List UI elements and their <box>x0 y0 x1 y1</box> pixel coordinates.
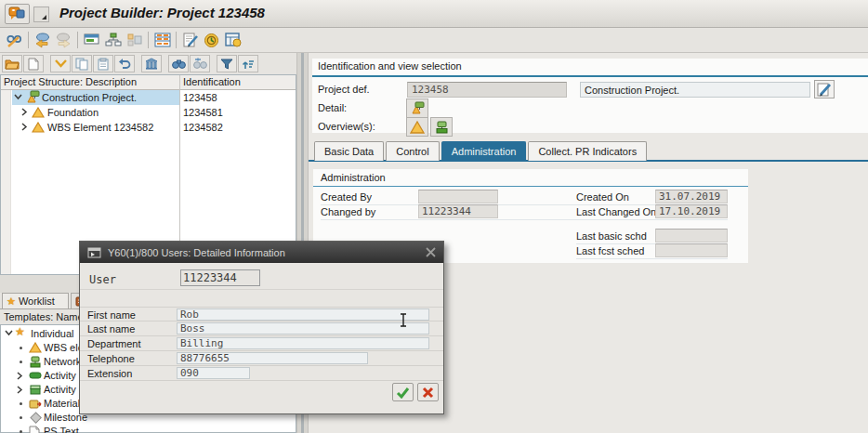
collapse-icon[interactable] <box>14 94 22 100</box>
schedule-button[interactable] <box>201 31 222 50</box>
capacity-table-button[interactable] <box>151 31 173 50</box>
extension-field[interactable]: 090 <box>177 367 250 379</box>
cancel-button[interactable] <box>417 383 439 401</box>
find-button[interactable] <box>168 55 189 72</box>
last-basic-schd-field[interactable] <box>655 229 728 243</box>
close-icon[interactable] <box>426 247 436 257</box>
project-def-field[interactable]: 123458 <box>407 82 567 98</box>
planning-board-icon <box>84 33 100 47</box>
find-next-button[interactable] <box>190 55 210 72</box>
identification-title: Identification and view selection <box>318 60 462 72</box>
create-document-button[interactable] <box>23 55 44 72</box>
network-overview-button[interactable] <box>430 117 453 137</box>
filter-icon <box>220 59 233 70</box>
detail-tabstrip: Basic Data Control Administration Collec… <box>314 141 649 162</box>
star-icon: ★ <box>15 327 25 336</box>
user-label: User <box>89 273 116 286</box>
tree-row-id: 1234581 <box>183 107 223 118</box>
created-on-label: Created On <box>576 191 629 203</box>
display-change-toggle-button[interactable] <box>814 80 835 98</box>
administration-title: Administration <box>321 172 386 183</box>
telephone-label: Telephone <box>87 353 135 364</box>
project-description-field[interactable]: Construction Project. <box>580 82 810 98</box>
tree-row-label: WBS Element 1234582 <box>47 122 153 133</box>
detail-overview-button[interactable] <box>124 31 145 50</box>
last-name-field[interactable]: Boss <box>177 322 429 335</box>
system-menu-button[interactable] <box>5 4 30 24</box>
forward-button[interactable] <box>53 31 74 50</box>
edit-texts-icon <box>182 33 199 47</box>
display-change-button[interactable] <box>4 31 25 50</box>
edit-texts-button[interactable] <box>179 31 201 50</box>
title-dropdown-button[interactable] <box>33 7 49 22</box>
standard-structures-button[interactable] <box>141 55 162 72</box>
network-icon <box>29 356 42 368</box>
field-row-last-name: Last name Boss <box>80 321 443 336</box>
created-by-label: Created By <box>321 191 372 203</box>
detail-view-button[interactable] <box>406 98 428 118</box>
tab-worklist[interactable]: ★ Worklist <box>2 293 69 308</box>
template-item-ps-text[interactable]: PS Text <box>1 425 296 433</box>
tree-row-wbs[interactable]: WBS Element 1234582 1234582 <box>1 120 296 135</box>
collapse-icon[interactable] <box>5 330 13 336</box>
copy-button[interactable] <box>72 55 92 72</box>
last-changed-on-field[interactable]: 17.10.2019 <box>655 204 728 218</box>
filter-button[interactable] <box>217 55 237 72</box>
telephone-field[interactable]: 88776655 <box>177 352 368 364</box>
user-field[interactable]: 11223344 <box>180 269 260 286</box>
project-def-label: Project def. <box>318 84 370 95</box>
created-by-field[interactable] <box>418 190 498 203</box>
copy-page-icon <box>75 58 88 71</box>
project-definition-icon <box>25 90 40 104</box>
tab-collect-pr-indicators[interactable]: Collect. PR Indicators <box>528 141 647 161</box>
open-folder-icon <box>5 58 20 70</box>
wbs-overview-button[interactable] <box>406 117 428 137</box>
open-project-button[interactable] <box>2 55 22 72</box>
department-field[interactable]: Billing <box>177 337 429 349</box>
undo-button[interactable] <box>114 55 135 72</box>
row-divider <box>321 219 728 220</box>
tab-control[interactable]: Control <box>386 141 439 161</box>
created-on-field[interactable]: 31.07.2019 <box>655 190 728 203</box>
dialog-title-bar[interactable]: Y60(1)/800 Users: Detailed Information <box>80 242 443 263</box>
expand-icon[interactable] <box>17 372 23 380</box>
tab-administration[interactable]: Administration <box>441 141 527 161</box>
expand-icon[interactable] <box>17 386 23 394</box>
network-icon <box>435 121 449 134</box>
planning-board-button[interactable] <box>81 31 102 50</box>
last-fcst-sched-field[interactable] <box>655 243 728 257</box>
milestone-diamond-icon <box>29 412 42 424</box>
expand-icon[interactable] <box>21 108 28 116</box>
group-rule <box>313 186 748 187</box>
expand-icon[interactable] <box>21 123 28 131</box>
changed-by-field[interactable]: 11223344 <box>418 204 498 218</box>
confirm-button[interactable] <box>50 55 71 72</box>
first-name-field[interactable]: Rob <box>177 308 429 321</box>
material-icon <box>29 398 43 409</box>
sort-up-button[interactable] <box>238 55 258 72</box>
back-button[interactable] <box>32 31 53 50</box>
field-row-first-name: First name Rob <box>80 307 443 321</box>
binoculars-icon <box>172 58 186 70</box>
hierarchy-graphic-button[interactable] <box>102 31 124 50</box>
wbs-element-icon <box>32 107 45 118</box>
tab-basic-data[interactable]: Basic Data <box>314 141 384 161</box>
paste-button[interactable] <box>93 55 113 72</box>
bullet <box>20 361 22 363</box>
paste-page-icon <box>97 58 110 71</box>
confirm-button[interactable] <box>392 383 414 401</box>
template-item-label: Individual <box>31 328 73 339</box>
dialog-fields: First name Rob Last name Boss Department… <box>80 307 443 381</box>
tree-row-project[interactable]: Construction Project. 123458 <box>1 90 296 105</box>
toolbar-separator <box>164 57 166 72</box>
cost-overview-button[interactable] <box>222 31 243 50</box>
capacity-table-icon <box>154 33 171 47</box>
column-description: Project Structure: Description <box>4 76 137 87</box>
users-detail-dialog: Y60(1)/800 Users: Detailed Information U… <box>79 241 444 414</box>
last-changed-on-label: Last Changed On <box>576 206 656 217</box>
tree-row-wbs[interactable]: Foundation 1234581 <box>1 105 296 120</box>
activity-element-icon <box>29 384 42 395</box>
building-icon <box>145 58 158 70</box>
extension-label: Extension <box>87 368 132 379</box>
dialog-actions <box>392 383 439 401</box>
